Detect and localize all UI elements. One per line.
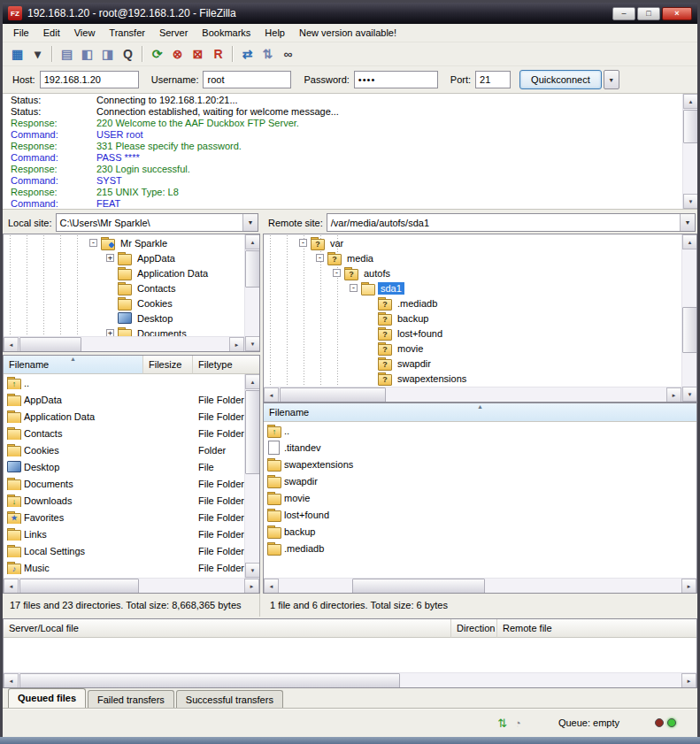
remote-tree-vscrollbar[interactable]: ▲ ▼ [681,234,696,402]
host-input[interactable] [40,71,139,88]
menu-item[interactable]: View [67,25,103,41]
scroll-up-icon[interactable]: ▲ [245,374,260,389]
log-scrollbar[interactable]: ▲ ▼ [682,94,697,209]
directory-comparison-button[interactable]: ⇄ [237,44,258,65]
file-row[interactable]: .titandev [264,439,696,456]
file-row[interactable]: swapdir [264,472,696,489]
username-input[interactable] [203,71,291,88]
disconnect-button[interactable]: ⊠ [188,44,208,65]
quickconnect-button[interactable]: Quickconnect [519,70,602,89]
scroll-down-icon[interactable]: ▼ [682,387,697,402]
scroll-up-icon[interactable]: ▲ [245,234,260,249]
file-row[interactable]: Downloads File Folder [4,492,244,509]
column-header-filename[interactable]: Filename ▲ [4,356,143,374]
remote-site-combo[interactable]: /var/media/autofs/sda1 ▼ [327,213,696,232]
queue-tab[interactable]: Queued files [8,688,86,708]
column-header-direction[interactable]: Direction [451,619,497,638]
tree-item[interactable]: backup [264,311,681,326]
scrollbar-thumb[interactable] [682,307,697,353]
tree-item[interactable]: Desktop [4,311,244,326]
menu-item[interactable]: Help [258,25,292,41]
expander-icon[interactable]: - [299,239,307,247]
scroll-right-icon[interactable]: ► [681,673,696,688]
scroll-left-icon[interactable]: ◄ [4,579,19,594]
quickconnect-dropdown[interactable]: ▼ [604,70,619,89]
refresh-button[interactable]: ⟳ [147,44,167,65]
tree-item[interactable]: - autofs [264,265,681,280]
tree-item[interactable]: Application Data [4,265,244,280]
scrollbar-thumb[interactable] [19,673,400,688]
column-header-server-local-file[interactable]: Server/Local file [4,619,451,638]
tree-item[interactable]: + Documents [4,326,244,336]
scrollbar-thumb[interactable] [245,390,260,474]
scroll-down-icon[interactable]: ▼ [683,194,697,209]
file-row[interactable]: Links File Folder [4,525,244,542]
toggle-remote-tree-button[interactable]: ◨ [97,44,118,65]
local-list-vscrollbar[interactable]: ▲ ▼ [244,374,259,578]
reconnect-button[interactable]: R [208,44,228,65]
scroll-left-icon[interactable]: ◄ [264,579,279,594]
scrollbar-thumb[interactable] [352,579,485,594]
file-row[interactable]: AppData File Folder [4,391,244,408]
local-site-combo[interactable]: C:\Users\Mr Sparkle\ ▼ [56,213,258,232]
scroll-left-icon[interactable]: ◄ [4,673,19,688]
scroll-right-icon[interactable]: ► [681,579,696,594]
menu-item[interactable]: File [6,25,36,41]
file-row[interactable]: Music File Folder [4,559,244,576]
port-input[interactable] [475,71,511,88]
scrollbar-thumb[interactable] [245,250,260,288]
scroll-left-icon[interactable]: ◄ [4,337,19,352]
file-row[interactable]: Cookies Folder [4,441,244,458]
speed-limit-icon[interactable]: ◔ [514,717,521,729]
scroll-down-icon[interactable]: ▼ [245,563,260,578]
column-header-filesize[interactable]: Filesize [143,356,193,374]
toggle-message-log-button[interactable]: ▤ [57,44,77,65]
menu-item[interactable]: Bookmarks [195,25,258,41]
file-row[interactable]: Contacts File Folder [4,425,244,441]
file-row[interactable]: backup [264,523,696,540]
scroll-up-icon[interactable]: ▲ [682,234,697,249]
menu-item[interactable]: Transfer [102,25,152,41]
tree-item[interactable]: swapdir [264,356,681,371]
tree-item[interactable]: + AppData [4,250,244,265]
tree-item[interactable]: - var [264,235,681,250]
file-row[interactable]: Desktop File [4,458,244,475]
tree-item[interactable]: Contacts [4,280,244,295]
tree-item[interactable]: - Mr Sparkle [4,235,244,250]
close-button[interactable]: × [662,7,692,20]
site-manager-button[interactable]: ▦ [7,44,27,65]
tree-item[interactable]: swapextensions [264,371,681,386]
file-row[interactable]: lost+found [264,506,696,523]
file-row[interactable]: Local Settings File Folder [4,542,244,559]
file-row[interactable]: .mediadb [264,540,696,556]
scrollbar-thumb[interactable] [19,337,81,352]
expander-icon[interactable]: - [350,284,358,292]
local-tree-hscrollbar[interactable]: ◄ ► [4,336,244,351]
site-manager-dropdown[interactable]: ▾ [27,44,48,65]
file-row[interactable]: .. [264,422,696,439]
maximize-button[interactable]: □ [637,7,660,20]
expander-icon[interactable]: + [106,254,114,262]
column-header-filename[interactable]: Filename ▲ [264,403,696,422]
expander-icon[interactable]: - [89,239,97,247]
queue-hscrollbar[interactable]: ◄ ► [4,672,696,687]
file-row[interactable]: .. [4,374,244,391]
cancel-button[interactable]: ⊗ [167,44,188,65]
tree-item[interactable]: lost+found [264,326,681,341]
file-row[interactable]: movie [264,489,696,506]
minimize-button[interactable]: – [612,7,635,20]
chevron-down-icon[interactable]: ▼ [680,214,695,231]
menu-item[interactable]: Server [152,25,195,41]
remote-tree-hscrollbar[interactable]: ◄ ► [264,387,681,402]
menu-item[interactable]: Edit [36,25,67,41]
expander-icon[interactable]: + [106,329,114,336]
scroll-left-icon[interactable]: ◄ [264,387,279,403]
local-list-hscrollbar[interactable]: ◄ ► [4,578,259,593]
file-row[interactable]: Application Data File Folder [4,408,244,425]
tree-item[interactable]: - media [264,250,681,265]
tree-item[interactable]: Cookies [4,295,244,311]
find-files-button[interactable]: ∞ [278,44,298,65]
expander-icon[interactable]: - [333,269,341,277]
queue-tab[interactable]: Successful transfers [176,690,283,708]
file-row[interactable]: swapextensions [264,456,696,472]
